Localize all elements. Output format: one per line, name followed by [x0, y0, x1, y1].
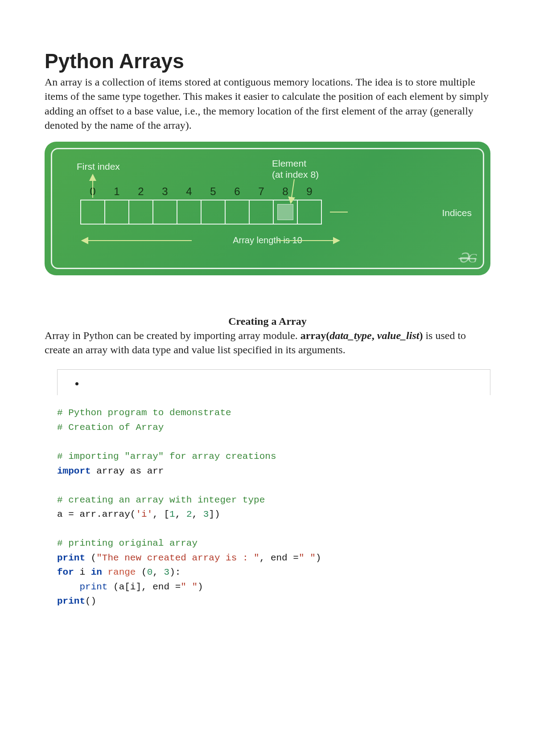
close-paren-2: ) [198, 582, 203, 592]
num-2: 2 [186, 509, 192, 519]
kw-print-3: print [57, 596, 85, 606]
indices-label: Indices [442, 208, 472, 218]
kw-for: for [57, 567, 74, 577]
str-space-2: " " [181, 582, 198, 592]
array-cell-7: 7 [250, 200, 274, 224]
code-comment-3: # importing "array" for array creations [57, 451, 276, 462]
empty-call: () [85, 596, 96, 606]
index-1: 1 [105, 185, 128, 198]
array-boxes: 0 1 2 3 4 5 6 7 8 9 [80, 200, 322, 225]
range-n3: 3 [164, 567, 170, 577]
array-func-arg2: value_list [377, 330, 420, 341]
sep3: , [152, 567, 164, 577]
code-comment-5: # printing original array [57, 538, 198, 548]
array-cell-2: 2 [129, 200, 153, 224]
kw-in: in [91, 567, 102, 577]
array-func-arg1: data_type [329, 330, 372, 341]
intro-paragraph: An array is a collection of items stored… [45, 75, 490, 133]
para2-part-a: Array in Python can be created by import… [45, 330, 300, 341]
num-1: 1 [169, 509, 175, 519]
sp1 [102, 567, 108, 577]
index-8: 8 [274, 185, 297, 198]
element-at-index-label: Element (at index 8) [272, 158, 319, 180]
print1-open: ( [85, 553, 96, 563]
range-open: ( [136, 567, 147, 577]
sep1: , [175, 509, 186, 519]
kw-range: range [107, 567, 136, 577]
array-cell-4: 4 [177, 200, 202, 224]
highlighted-element [277, 204, 293, 220]
bullet-icon [75, 382, 78, 385]
kw-print-1: print [57, 553, 85, 563]
array-cell-1: 1 [105, 200, 129, 224]
inner-print-open: (a[i], end = [107, 582, 181, 592]
code-tab-bar [57, 369, 490, 395]
array-func-comma: , [372, 330, 377, 341]
page-title: Python Arrays [45, 49, 490, 73]
import-rest: array as arr [91, 466, 164, 476]
element-label-line1: Element [272, 158, 306, 168]
kw-import: import [57, 466, 91, 476]
array-cell-3: 3 [153, 200, 177, 224]
array-cell-0: 0 [81, 200, 105, 224]
index-6: 6 [226, 185, 249, 198]
assign-a: a = arr.array( [57, 509, 136, 519]
array-cell-5: 5 [202, 200, 226, 224]
gg-watermark: ƏG [458, 250, 476, 266]
end-kw-1: , end = [259, 553, 299, 563]
array-func-open: array( [300, 330, 329, 341]
close-paren-1: ) [316, 553, 321, 563]
kw-print-2: print [79, 582, 107, 592]
comma-open: , [ [152, 509, 169, 519]
indent [57, 582, 79, 592]
index-7: 7 [250, 185, 273, 198]
code-comment-4: # creating an array with integer type [57, 495, 265, 505]
array-diagram: First index Element (at index 8) Indices… [45, 142, 490, 275]
array-cell-6: 6 [226, 200, 250, 224]
code-block: # Python program to demonstrate # Creati… [57, 406, 490, 609]
first-index-label: First index [77, 161, 120, 172]
array-cell-9: 9 [298, 200, 322, 224]
index-0: 0 [81, 185, 104, 198]
creating-array-heading: Creating a Array [45, 315, 490, 327]
str-i: 'i' [136, 509, 152, 519]
for-var: i [74, 567, 91, 577]
index-3: 3 [153, 185, 177, 198]
element-label-line2: (at index 8) [272, 169, 319, 180]
index-2: 2 [129, 185, 152, 198]
close-list: ]) [209, 509, 220, 519]
array-length-label: Array length is 10 [45, 235, 490, 245]
str-space-1: " " [299, 553, 316, 563]
range-close: ): [169, 567, 181, 577]
array-cell-8: 8 [274, 200, 298, 224]
creating-array-paragraph: Array in Python can be created by import… [45, 328, 490, 357]
code-comment-2: # Creation of Array [57, 422, 164, 433]
index-4: 4 [177, 185, 201, 198]
range-n0: 0 [147, 567, 153, 577]
code-comment-1: # Python program to demonstrate [57, 408, 231, 418]
num-3: 3 [203, 509, 209, 519]
document-page: Python Arrays An array is a collection o… [0, 0, 535, 756]
sep2: , [192, 509, 203, 519]
index-9: 9 [298, 185, 321, 198]
str-msg: "The new created array is : " [96, 553, 259, 563]
index-5: 5 [202, 185, 225, 198]
